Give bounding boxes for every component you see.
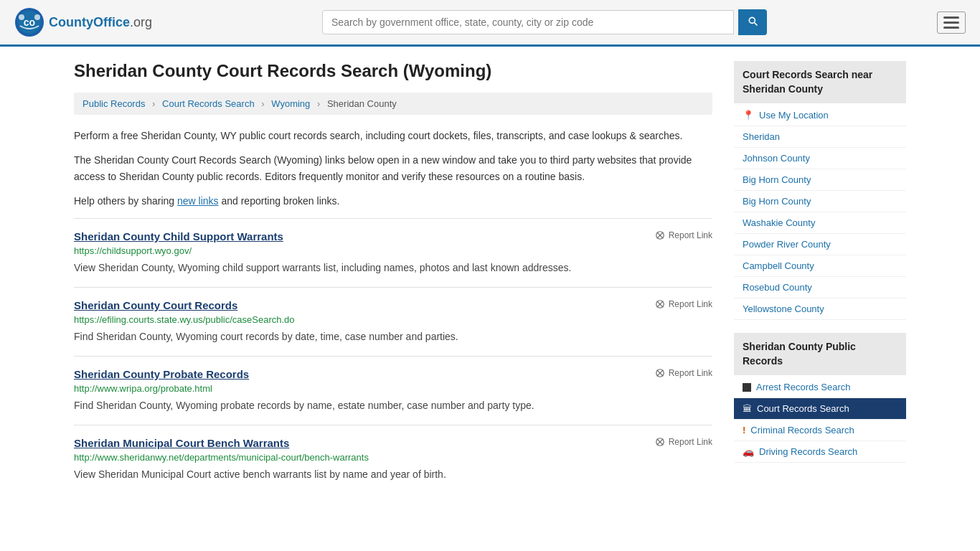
result-title-1[interactable]: Sheridan County Child Support Warrants [74, 230, 283, 242]
hamburger-menu-button[interactable] [937, 11, 966, 34]
campbell-county-link[interactable]: Campbell County [743, 260, 814, 271]
sidebar-item-criminal-records[interactable]: ! Criminal Records Search [734, 420, 906, 441]
result-desc-4: View Sheridan Municipal Court active ben… [74, 467, 712, 482]
result-title-4[interactable]: Sheridan Municipal Court Bench Warrants [74, 437, 289, 449]
breadcrumb-public-records[interactable]: Public Records [83, 98, 145, 109]
intro-paragraph-3: Help others by sharing new links and rep… [74, 193, 712, 209]
sidebar-item-powder-river-county[interactable]: Powder River County [734, 234, 906, 255]
report-link-3[interactable]: Report Link [655, 368, 712, 378]
content-area: Sheridan County Court Records Search (Wy… [74, 61, 712, 494]
sidebar-item-arrest-records[interactable]: Arrest Records Search [734, 377, 906, 398]
driving-records-link[interactable]: Driving Records Search [759, 446, 857, 457]
arrest-records-link[interactable]: Arrest Records Search [756, 382, 851, 392]
sidebar-item-yellowstone-county[interactable]: Yellowstone County [734, 298, 906, 320]
site-header: co CountyOffice.org [0, 0, 980, 47]
sidebar-item-big-horn-county-2[interactable]: Big Horn County [734, 191, 906, 212]
search-bar [322, 9, 767, 35]
sheridan-link[interactable]: Sheridan [743, 131, 780, 142]
breadcrumb-wyoming[interactable]: Wyoming [271, 98, 310, 109]
sidebar-item-driving-records[interactable]: 🚗 Driving Records Search [734, 441, 906, 463]
location-pin-icon: 📍 [743, 110, 754, 121]
report-link-1[interactable]: Report Link [655, 230, 712, 240]
search-icon [747, 15, 758, 27]
main-container: Sheridan County Court Records Search (Wy… [60, 47, 920, 508]
big-horn-county-1-link[interactable]: Big Horn County [743, 174, 811, 185]
result-url-4: http://www.sheridanwy.net/departments/mu… [74, 452, 712, 463]
sidebar-item-washakie-county[interactable]: Washakie County [734, 212, 906, 234]
result-url-3: http://www.wripa.org/probate.html [74, 383, 712, 394]
result-url-2: https://efiling.courts.state.wy.us/publi… [74, 314, 712, 325]
sidebar-public-records-section: Sheridan County Public Records Arrest Re… [734, 333, 906, 463]
arrest-records-icon [743, 383, 751, 392]
report-icon-2 [655, 299, 665, 309]
logo-icon: co [14, 7, 44, 37]
result-title-2[interactable]: Sheridan County Court Records [74, 299, 237, 311]
sidebar-item-big-horn-county-1[interactable]: Big Horn County [734, 169, 906, 191]
sidebar: Court Records Search near Sheridan Count… [734, 61, 906, 494]
sidebar-item-sheridan[interactable]: Sheridan [734, 126, 906, 148]
big-horn-county-2-link[interactable]: Big Horn County [743, 196, 811, 207]
rosebud-county-link[interactable]: Rosebud County [743, 282, 812, 293]
svg-point-4 [34, 14, 40, 20]
result-card-4: Sheridan Municipal Court Bench Warrants … [74, 425, 712, 494]
criminal-records-icon: ! [743, 425, 745, 435]
result-header-4: Sheridan Municipal Court Bench Warrants … [74, 437, 712, 449]
sidebar-public-records-header: Sheridan County Public Records [734, 333, 906, 375]
result-header-2: Sheridan County Court Records Report Lin… [74, 299, 712, 311]
use-my-location-link[interactable]: Use My Location [759, 110, 829, 121]
report-link-2[interactable]: Report Link [655, 299, 712, 309]
breadcrumb: Public Records › Court Records Search › … [74, 93, 712, 115]
yellowstone-county-link[interactable]: Yellowstone County [743, 303, 824, 314]
driving-records-icon: 🚗 [743, 446, 754, 457]
result-desc-3: Find Sheridan County, Wyoming probate re… [74, 398, 712, 413]
sidebar-item-johnson-county[interactable]: Johnson County [734, 148, 906, 169]
report-icon-3 [655, 368, 665, 378]
result-title-3[interactable]: Sheridan County Probate Records [74, 368, 249, 380]
report-icon-4 [655, 437, 665, 447]
washakie-county-link[interactable]: Washakie County [743, 217, 815, 228]
sidebar-nearby-header: Court Records Search near Sheridan Count… [734, 61, 906, 103]
criminal-records-link[interactable]: Criminal Records Search [750, 425, 854, 435]
result-card-2: Sheridan County Court Records Report Lin… [74, 287, 712, 356]
menu-line [943, 17, 959, 19]
page-title: Sheridan County Court Records Search (Wy… [74, 61, 712, 81]
report-link-4[interactable]: Report Link [655, 437, 712, 447]
court-records-link[interactable]: Court Records Search [757, 403, 849, 414]
search-input[interactable] [322, 10, 734, 34]
menu-line [943, 27, 959, 29]
result-header-1: Sheridan County Child Support Warrants R… [74, 230, 712, 242]
result-card-1: Sheridan County Child Support Warrants R… [74, 218, 712, 287]
sidebar-item-rosebud-county[interactable]: Rosebud County [734, 277, 906, 298]
intro-paragraph-1: Perform a free Sheridan County, WY publi… [74, 128, 712, 143]
result-header-3: Sheridan County Probate Records Report L… [74, 368, 712, 380]
sidebar-nearby-section: Court Records Search near Sheridan Count… [734, 61, 906, 320]
svg-text:co: co [24, 17, 35, 28]
result-card-3: Sheridan County Probate Records Report L… [74, 356, 712, 425]
court-records-icon: 🏛 [743, 403, 752, 414]
result-url-1: https://childsupport.wyo.gov/ [74, 245, 712, 256]
sidebar-item-use-my-location[interactable]: 📍 Use My Location [734, 105, 906, 126]
powder-river-county-link[interactable]: Powder River County [743, 239, 831, 250]
new-links-link[interactable]: new links [177, 195, 219, 207]
sidebar-item-campbell-county[interactable]: Campbell County [734, 255, 906, 277]
report-icon-1 [655, 230, 665, 240]
result-desc-1: View Sheridan County, Wyoming child supp… [74, 260, 712, 276]
menu-line [943, 22, 959, 24]
sidebar-item-court-records[interactable]: 🏛 Court Records Search [734, 398, 906, 420]
search-button[interactable] [738, 9, 767, 35]
svg-point-3 [19, 14, 24, 20]
breadcrumb-court-records-search[interactable]: Court Records Search [162, 98, 255, 109]
logo[interactable]: co CountyOffice.org [14, 7, 152, 37]
breadcrumb-current: Sheridan County [327, 98, 397, 109]
johnson-county-link[interactable]: Johnson County [743, 153, 810, 164]
intro-paragraph-2: The Sheridan County Court Records Search… [74, 152, 712, 184]
logo-text: CountyOffice.org [49, 15, 152, 30]
result-desc-2: Find Sheridan County, Wyoming court reco… [74, 329, 712, 344]
